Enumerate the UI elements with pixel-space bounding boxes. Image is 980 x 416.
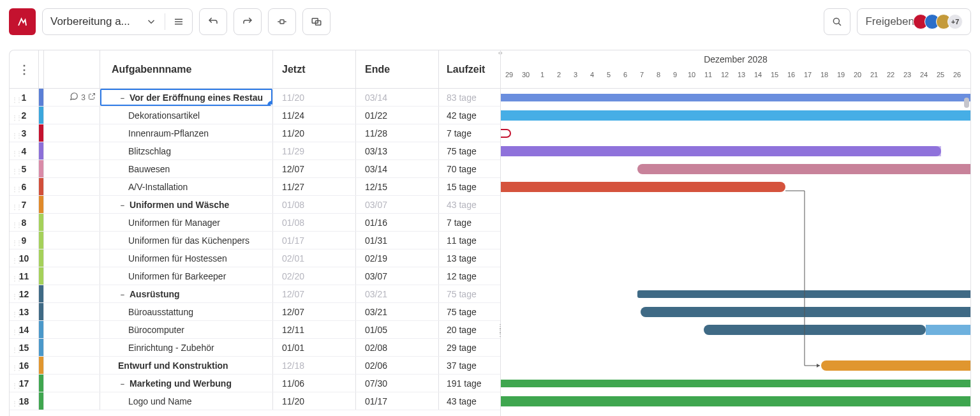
row-number[interactable]: 7: [10, 196, 39, 213]
gantt-body[interactable]: [501, 89, 970, 416]
table-row[interactable]: 9Uniformen für das Küchenpers01/1701/311…: [10, 232, 500, 249]
task-name-cell[interactable]: Logo und Name: [100, 392, 273, 410]
duration-cell[interactable]: 75 tage: [439, 285, 500, 302]
table-row[interactable]: 14Bürocomputer12/1101/0520 tage: [10, 321, 500, 339]
wbs-cell[interactable]: [44, 214, 100, 231]
end-date-cell[interactable]: 01/22: [356, 107, 439, 124]
task-name-cell[interactable]: Blitzschlag: [100, 142, 273, 160]
start-date-cell[interactable]: 11/29: [273, 142, 356, 160]
wbs-cell[interactable]: [44, 267, 100, 285]
task-name-cell[interactable]: Einrichtung - Zubehör: [100, 339, 273, 356]
gantt-row[interactable]: [501, 124, 970, 142]
table-row[interactable]: 13Büroausstattung12/0703/2175 tage: [10, 303, 500, 321]
column-header-start[interactable]: Jetzt: [273, 50, 356, 88]
row-number[interactable]: 9: [10, 232, 39, 249]
drag-handle-icon[interactable]: [11, 219, 17, 227]
duration-cell[interactable]: 15 tage: [439, 178, 500, 195]
gantt-row[interactable]: [501, 339, 970, 357]
drag-handle-icon[interactable]: [11, 290, 17, 298]
drag-handle-icon[interactable]: [11, 183, 17, 191]
gantt-bar[interactable]: [501, 182, 785, 192]
table-row[interactable]: 8Uniformen für Manager01/0801/167 tage: [10, 214, 500, 232]
start-date-cell[interactable]: 01/17: [273, 232, 356, 249]
gantt-bar[interactable]: [501, 110, 970, 121]
end-date-cell[interactable]: 03/07: [356, 267, 439, 285]
table-row[interactable]: 7−Uniformen und Wäsche01/0803/0743 tage: [10, 196, 500, 214]
end-date-cell[interactable]: 03/07: [356, 196, 439, 213]
wbs-cell[interactable]: [44, 124, 100, 142]
end-date-cell[interactable]: 02/19: [356, 249, 439, 267]
end-date-cell[interactable]: 02/08: [356, 339, 439, 356]
table-row[interactable]: 10Uniformen für Hostessen02/0102/1913 ta…: [10, 249, 500, 267]
table-row[interactable]: 12−Ausrüstung12/0703/2175 tage: [10, 285, 500, 303]
search-button[interactable]: [824, 8, 850, 35]
task-name-cell[interactable]: Uniformen für das Küchenpers: [100, 232, 273, 249]
task-name-cell[interactable]: −Marketing und Werbung: [100, 375, 273, 392]
column-header-end[interactable]: Ende: [356, 50, 439, 88]
drag-handle-icon[interactable]: [11, 344, 17, 352]
start-date-cell[interactable]: 11/06: [273, 375, 356, 392]
row-menu-header[interactable]: ⋮: [10, 50, 39, 88]
task-name-cell[interactable]: Innenraum-Pflanzen: [100, 124, 273, 142]
row-number[interactable]: 4: [10, 142, 39, 160]
collapse-icon[interactable]: −: [118, 202, 127, 209]
gantt-row[interactable]: [501, 321, 970, 339]
task-name-cell[interactable]: Uniformen für Hostessen: [100, 249, 273, 267]
duration-cell[interactable]: 11 tage: [439, 232, 500, 249]
gantt-bar[interactable]: [501, 129, 511, 138]
start-date-cell[interactable]: 01/01: [273, 339, 356, 356]
duration-cell[interactable]: 83 tage: [439, 89, 500, 106]
gantt-bar[interactable]: [501, 146, 941, 156]
duration-cell[interactable]: 37 tage: [439, 357, 500, 374]
column-header-name[interactable]: Aufgabennname: [100, 50, 273, 88]
gantt-row[interactable]: [501, 267, 970, 285]
row-number[interactable]: 18: [10, 392, 39, 410]
drag-handle-icon[interactable]: [11, 255, 17, 262]
end-date-cell[interactable]: 02/06: [356, 357, 439, 374]
table-row[interactable]: 4Blitzschlag11/2903/1375 tage: [10, 142, 500, 160]
task-name-cell[interactable]: −Vor der Eröffnung eines Restau▾: [100, 89, 273, 106]
start-date-cell[interactable]: 01/08: [273, 196, 356, 213]
row-number[interactable]: 15: [10, 339, 39, 356]
table-row[interactable]: 2Dekorationsartikel11/2401/2242 tage: [10, 107, 500, 124]
table-row[interactable]: 17−Marketing und Werbung11/0607/30191 ta…: [10, 375, 500, 392]
table-row[interactable]: 11Uniformen für Barkeeper02/2003/0712 ta…: [10, 267, 500, 285]
start-date-cell[interactable]: 12/11: [273, 321, 356, 338]
end-date-cell[interactable]: 01/17: [356, 392, 439, 410]
table-row[interactable]: 13−Vor der Eröffnung eines Restau▾11/200…: [10, 89, 500, 107]
gantt-row[interactable]: [501, 214, 970, 232]
task-name-cell[interactable]: Uniformen für Manager: [100, 214, 273, 231]
duration-cell[interactable]: 29 tage: [439, 339, 500, 356]
start-date-cell[interactable]: 11/24: [273, 107, 356, 124]
share-button[interactable]: Freigeben +7: [857, 8, 971, 35]
wbs-cell[interactable]: [44, 107, 100, 124]
table-row[interactable]: 6A/V-Installation11/2712/1515 tage: [10, 178, 500, 196]
duration-cell[interactable]: 75 tage: [439, 142, 500, 160]
row-number[interactable]: 10: [10, 249, 39, 267]
duration-cell[interactable]: 7 tage: [439, 124, 500, 142]
gantt-row[interactable]: [501, 392, 970, 410]
row-number[interactable]: 16: [10, 357, 39, 374]
wbs-cell[interactable]: [44, 392, 100, 410]
gantt-bar[interactable]: [641, 307, 970, 317]
gantt-row[interactable]: [501, 303, 970, 321]
start-date-cell[interactable]: 12/07: [273, 160, 356, 177]
duration-cell[interactable]: 43 tage: [439, 392, 500, 410]
gantt-bar[interactable]: [501, 396, 970, 406]
gantt-row[interactable]: [501, 142, 970, 160]
gantt-row[interactable]: [501, 160, 970, 178]
gantt-bar[interactable]: [637, 164, 970, 174]
wbs-cell[interactable]: [44, 196, 100, 213]
gantt-bar[interactable]: [637, 290, 970, 298]
drag-handle-icon[interactable]: [11, 112, 17, 119]
hamburger-icon[interactable]: [173, 16, 184, 27]
duration-cell[interactable]: 191 tage: [439, 375, 500, 392]
cell-fill-handle[interactable]: ▾: [267, 101, 273, 106]
end-date-cell[interactable]: 07/30: [356, 375, 439, 392]
start-date-cell[interactable]: 11/20: [273, 89, 356, 106]
wbs-cell[interactable]: [44, 357, 100, 374]
wbs-cell[interactable]: [44, 142, 100, 160]
duration-cell[interactable]: 43 tage: [439, 196, 500, 213]
drag-handle-icon[interactable]: [11, 130, 17, 137]
duration-cell[interactable]: 20 tage: [439, 321, 500, 338]
